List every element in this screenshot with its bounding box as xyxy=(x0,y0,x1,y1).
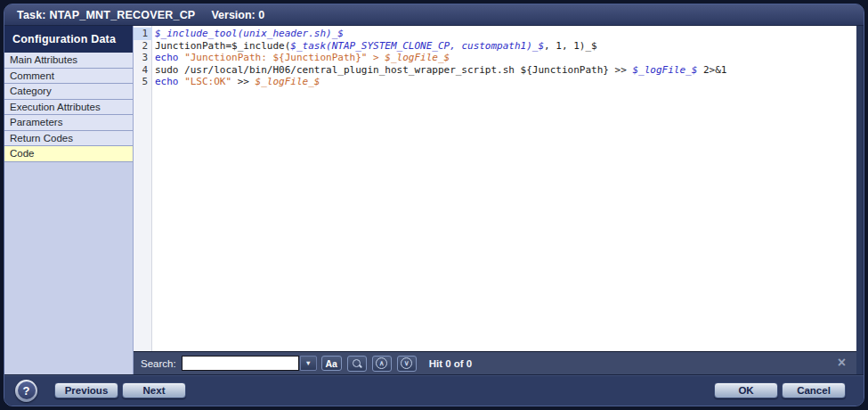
main-panel: 1$_include_tool(unix_header.sh)_$2Juncti… xyxy=(134,26,864,374)
code-text: echo "LSC:OK" >> $_logFile_$ xyxy=(152,76,320,88)
previous-button[interactable]: Previous xyxy=(54,382,118,398)
sidebar-header: Configuration Data xyxy=(4,26,133,53)
ok-button[interactable]: OK xyxy=(714,382,778,398)
find-previous-button[interactable]: ∧ xyxy=(372,356,392,372)
chevron-down-icon: ▼ xyxy=(304,359,311,367)
arrow-up-circle-icon: ∧ xyxy=(376,357,387,369)
next-button[interactable]: Next xyxy=(122,382,186,398)
footer-bar: ? Previous Next OK Cancel xyxy=(4,374,864,406)
arrow-down-circle-icon: ∨ xyxy=(401,357,412,369)
sidebar-item-main-attributes[interactable]: Main Attributes xyxy=(4,53,133,69)
sidebar-item-code[interactable]: Code xyxy=(4,146,133,162)
search-icon xyxy=(352,358,362,369)
code-lines-container: 1$_include_tool(unix_header.sh)_$2Juncti… xyxy=(134,28,856,88)
find-next-button[interactable]: ∨ xyxy=(397,356,417,372)
sidebar-item-return-codes[interactable]: Return Codes xyxy=(4,131,133,147)
title-bar: Task: NTAP_MNT_RECOVER_CP Version: 0 xyxy=(4,4,864,26)
help-button[interactable]: ? xyxy=(15,380,37,402)
sidebar-item-comment[interactable]: Comment xyxy=(4,69,133,85)
cancel-button[interactable]: Cancel xyxy=(782,382,846,398)
window-title: Task: NTAP_MNT_RECOVER_CP xyxy=(17,9,195,21)
match-case-button[interactable]: Aa xyxy=(321,356,342,371)
configuration-sidebar: Configuration Data Main AttributesCommen… xyxy=(4,26,134,374)
sidebar-item-parameters[interactable]: Parameters xyxy=(4,115,133,131)
match-case-icon: Aa xyxy=(325,358,337,369)
code-text: JunctionPath=$_include($_task(NTAP_SYSTE… xyxy=(152,40,597,53)
find-button[interactable] xyxy=(347,356,367,372)
code-line[interactable]: 4sudo /usr/local/bin/H06/central_plugin_… xyxy=(134,64,856,77)
version-label: Version: 0 xyxy=(211,9,264,21)
content-area: Configuration Data Main AttributesCommen… xyxy=(4,26,864,374)
search-history-dropdown-button[interactable]: ▼ xyxy=(300,356,317,371)
code-editor[interactable]: 1$_include_tool(unix_header.sh)_$2Juncti… xyxy=(134,26,856,351)
code-line[interactable]: 3echo "JunctionPath: ${JunctionPath}" > … xyxy=(134,52,856,64)
line-number: 1 xyxy=(134,28,152,40)
sidebar-item-category[interactable]: Category xyxy=(4,84,133,100)
line-number: 5 xyxy=(134,76,152,88)
code-text: echo "JunctionPath: ${JunctionPath}" > $… xyxy=(152,52,450,64)
search-toolbar: Search: ▼ Aa ∧ ∨ Hit 0 of 0 × xyxy=(134,351,856,374)
code-text: sudo /usr/local/bin/H06/central_plugin_h… xyxy=(152,64,726,77)
task-editor-window: Task: NTAP_MNT_RECOVER_CP Version: 0 Con… xyxy=(4,4,864,406)
line-number: 4 xyxy=(134,64,152,77)
sidebar-menu: Main AttributesCommentCategoryExecution … xyxy=(4,53,133,162)
code-line[interactable]: 2JunctionPath=$_include($_task(NTAP_SYST… xyxy=(134,40,856,53)
search-input[interactable] xyxy=(182,356,299,371)
code-text: $_include_tool(unix_header.sh)_$ xyxy=(152,28,344,40)
line-number: 2 xyxy=(134,40,152,53)
code-line[interactable]: 5echo "LSC:OK" >> $_logFile_$ xyxy=(134,76,856,88)
code-line[interactable]: 1$_include_tool(unix_header.sh)_$ xyxy=(134,28,856,40)
search-label: Search: xyxy=(141,358,176,369)
question-mark-icon: ? xyxy=(18,381,36,399)
sidebar-item-execution-attributes[interactable]: Execution Attributes xyxy=(4,100,133,116)
hit-count-label: Hit 0 of 0 xyxy=(429,358,473,369)
close-search-icon[interactable]: × xyxy=(838,356,846,370)
line-number: 3 xyxy=(134,52,152,64)
